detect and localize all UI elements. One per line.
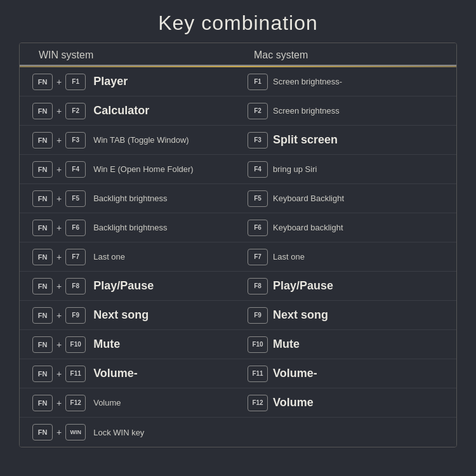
function-key: F12: [65, 395, 86, 411]
fn-key: FN: [32, 278, 53, 294]
fn-key: FN: [32, 161, 53, 178]
plus-sign: +: [56, 340, 62, 350]
plus-sign: +: [56, 164, 62, 175]
table-row: FN+F8Play/PauseF8Play/Pause: [20, 272, 456, 301]
function-key: F1: [65, 74, 86, 90]
mac-label: Keyboard backlight: [273, 223, 343, 232]
mac-label: bring up Siri: [273, 164, 317, 174]
mac-cell: F1Screen brightness-: [241, 74, 456, 90]
mac-label: Screen brightness: [273, 106, 340, 116]
mac-key: F7: [248, 249, 268, 265]
function-key: F6: [65, 220, 86, 236]
mac-cell: F12Volume: [241, 395, 456, 411]
win-label: Calculator: [93, 104, 149, 117]
function-key: F8: [65, 278, 86, 294]
table-row: FN+F4Win E (Open Home Folder)F4bring up …: [20, 155, 456, 184]
table-row: FN+F2CalculatorF2Screen brightness: [20, 96, 456, 126]
fn-key: FN: [32, 395, 53, 411]
fn-key: FN: [32, 132, 53, 149]
mac-key: F2: [248, 103, 268, 119]
mac-key: F9: [248, 307, 268, 324]
win-label: Volume-: [93, 367, 138, 380]
plus-sign: +: [56, 427, 62, 437]
mac-key: F4: [248, 161, 268, 178]
fn-key: FN: [32, 103, 53, 119]
mac-cell: F5Keyboard Backlight: [241, 190, 456, 207]
win-cell: FN+F10Mute: [20, 336, 241, 353]
win-label: Win TAB (Toggle Window): [93, 135, 189, 145]
win-cell: FN+F7Last one: [20, 249, 241, 265]
table-row: FN+F9Next songF9Next song: [20, 301, 456, 330]
table-row: FN+F1PlayerF1Screen brightness-: [20, 67, 456, 96]
mac-label: Volume: [273, 396, 314, 409]
table-row: FN+F7Last oneF7Last one: [20, 242, 456, 272]
plus-sign: +: [56, 135, 62, 145]
function-key: F3: [65, 132, 86, 149]
mac-key: F10: [248, 336, 268, 353]
win-label: Volume: [93, 398, 121, 407]
function-key: F5: [65, 190, 86, 207]
rows-container: FN+F1PlayerF1Screen brightness-FN+F2Calc…: [20, 67, 456, 447]
win-cell: FN+F11Volume-: [20, 366, 241, 382]
win-cell: FN+F9Next song: [20, 307, 241, 324]
mac-key: F5: [248, 190, 268, 207]
fn-key: FN: [32, 307, 53, 324]
table-row: FN+F12VolumeF12Volume: [20, 388, 456, 418]
plus-sign: +: [56, 369, 62, 379]
table-row: FN+F6Backlight brightnessF6Keyboard back…: [20, 213, 456, 242]
fn-key: FN: [32, 336, 53, 353]
function-key: F11: [65, 366, 86, 382]
mac-key: F11: [248, 366, 268, 382]
win-label: Lock WIN key: [93, 428, 144, 437]
function-key: F4: [65, 161, 86, 178]
key-combination-table: WIN system Mac system FN+F1PlayerF1Scree…: [19, 43, 457, 447]
plus-sign: +: [56, 398, 62, 408]
win-cell: FN+F3Win TAB (Toggle Window): [20, 132, 241, 149]
win-cell: FN+F5Backlight brightness: [20, 190, 241, 207]
win-label: Backlight brightness: [93, 194, 167, 203]
mac-label: Screen brightness-: [273, 77, 342, 86]
plus-sign: +: [56, 106, 62, 116]
plus-sign: +: [56, 77, 62, 87]
win-cell: FN+F4Win E (Open Home Folder): [20, 161, 241, 178]
win-cell: FN+WINLock WIN key: [20, 424, 241, 440]
mac-key: F1: [248, 74, 268, 90]
mac-cell: F8Play/Pause: [241, 278, 456, 294]
win-label: Player: [93, 75, 128, 88]
function-key: F10: [65, 336, 86, 353]
table-row: FN+F11Volume-F11Volume-: [20, 359, 456, 388]
fn-key: FN: [32, 220, 53, 236]
win-cell: FN+F12Volume: [20, 395, 241, 411]
mac-label: Next song: [273, 308, 328, 322]
mac-label: Mute: [273, 338, 300, 351]
mac-cell: F3Split screen: [241, 132, 456, 149]
plus-sign: +: [56, 194, 62, 204]
fn-key: FN: [32, 249, 53, 265]
mac-cell: F10Mute: [241, 336, 456, 353]
fn-key: FN: [32, 366, 53, 382]
mac-cell: F4bring up Siri: [241, 161, 456, 178]
mac-key: F12: [248, 395, 268, 411]
plus-sign: +: [56, 310, 62, 321]
function-key: WIN: [65, 424, 86, 440]
table-row: FN+F10MuteF10Mute: [20, 330, 456, 359]
mac-cell: F9Next song: [241, 307, 456, 324]
table-header: WIN system Mac system: [20, 43, 456, 66]
mac-label: Keyboard Backlight: [273, 194, 344, 203]
function-key: F2: [65, 103, 86, 119]
mac-cell: F7Last one: [241, 249, 456, 265]
mac-label: Play/Pause: [273, 279, 333, 293]
win-label: Backlight brightness: [93, 223, 167, 232]
win-label: Last one: [93, 252, 125, 261]
win-system-header: WIN system: [20, 50, 241, 61]
fn-key: FN: [32, 190, 53, 207]
plus-sign: +: [56, 223, 62, 233]
mac-label: Split screen: [273, 133, 338, 147]
fn-key: FN: [32, 424, 53, 440]
table-row: FN+F3Win TAB (Toggle Window)F3Split scre…: [20, 126, 456, 155]
fn-key: FN: [32, 74, 53, 90]
page-title: Key combination: [0, 0, 476, 43]
plus-sign: +: [56, 281, 62, 291]
win-label: Win E (Open Home Folder): [93, 164, 194, 174]
win-label: Play/Pause: [93, 279, 154, 293]
